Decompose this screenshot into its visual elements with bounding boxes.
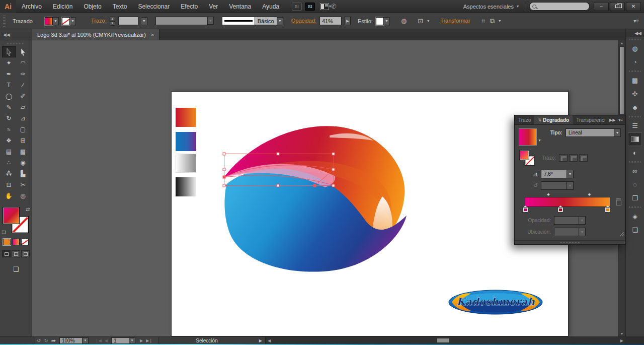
ellipse-tool[interactable]: ◯	[2, 91, 16, 102]
gradient-stop-orange[interactable]	[605, 208, 610, 214]
gradient-panel-icon[interactable]	[628, 132, 642, 146]
panel-bottom-gripper[interactable]	[515, 240, 625, 244]
eyedropper-tool[interactable]: ∴	[2, 157, 16, 168]
perspective-grid-tool[interactable]: ⊞	[16, 135, 30, 146]
dock-gripper-5[interactable]	[629, 205, 640, 209]
menu-objeto[interactable]: Objeto	[78, 3, 107, 10]
horizontal-scrollbar[interactable]: ◀ ▶	[265, 337, 625, 344]
tab-close-icon[interactable]: ×	[151, 32, 154, 38]
variable-width-caret-icon[interactable]: ▼	[208, 17, 214, 25]
document-tab[interactable]: Logo 3d 3.ai* al 100% (CMYK/Previsualiza…	[32, 29, 159, 40]
pen-tool[interactable]: ✒	[2, 68, 16, 80]
search-input[interactable]	[538, 4, 584, 9]
sync-icon[interactable]: ↻	[42, 338, 49, 343]
kuler-panel-icon[interactable]: ∞	[626, 164, 644, 178]
tools-gripper[interactable]	[7, 41, 25, 45]
panel-collapse-icon[interactable]: ▶▶	[609, 118, 615, 122]
dock-gripper-4[interactable]	[629, 160, 640, 164]
panel-cycle-icon[interactable]: ⇅	[538, 118, 541, 122]
device-share-icon[interactable]: ✆	[331, 3, 337, 10]
arrange-documents-icon[interactable]	[320, 3, 329, 10]
default-fill-stroke-icon[interactable]: ❏	[2, 230, 6, 235]
stroke-panel-icon[interactable]: ☰	[626, 119, 644, 132]
stroke-within-button[interactable]	[559, 154, 568, 162]
dock-gripper-1[interactable]	[629, 38, 640, 41]
opacity-caret-icon[interactable]: ▶	[345, 17, 351, 25]
document-setup-icon[interactable]: ◍	[400, 17, 408, 25]
draw-behind-button[interactable]	[12, 250, 20, 257]
menu-ventana[interactable]: Ventana	[223, 3, 257, 10]
paintbrush-tool[interactable]: ✐	[16, 91, 30, 102]
scroll-up-icon[interactable]: ▲	[618, 41, 625, 45]
scroll-down-icon[interactable]: ▼	[618, 332, 625, 335]
menu-texto[interactable]: Texto	[107, 3, 133, 10]
artboard-number-field[interactable]: 1	[111, 337, 129, 344]
stroke-caret-icon[interactable]: ▼	[70, 17, 76, 25]
canvas-swatch-white-gray[interactable]	[176, 154, 196, 173]
selection-tool[interactable]	[2, 46, 16, 57]
fill-caret-icon[interactable]: ▼	[53, 17, 59, 25]
menu-efecto[interactable]: Efecto	[175, 3, 203, 10]
swap-fill-stroke-icon[interactable]: ⇄	[26, 206, 30, 212]
style-control[interactable]: ▼	[376, 17, 390, 25]
fill-proxy[interactable]	[3, 208, 19, 224]
type-tool[interactable]: T	[2, 80, 16, 91]
gradient-ramp[interactable]	[525, 197, 610, 207]
appearance-panel-icon[interactable]: ◌	[626, 178, 644, 191]
curvature-pen-tool[interactable]: ✑	[16, 68, 30, 80]
workspace-switcher[interactable]: Aspectos esenciales ▾	[461, 4, 521, 10]
artboard-caret-icon[interactable]: ▼	[129, 337, 135, 344]
opacity-field[interactable]: 41%	[319, 17, 342, 25]
blend-tool[interactable]: ◉	[16, 157, 30, 168]
delete-stop-icon[interactable]	[615, 198, 621, 205]
stroke-link-label[interactable]: Trazo:	[91, 18, 107, 24]
minimize-button[interactable]: –	[594, 2, 609, 11]
stroke-across-button[interactable]	[579, 154, 588, 162]
tab-trazo[interactable]: Trazo	[515, 115, 534, 124]
proxy-fill[interactable]	[520, 151, 529, 160]
line-segment-tool[interactable]: ∕	[16, 80, 30, 91]
graph-tool[interactable]: ▙	[16, 168, 30, 179]
stroke-weight-stepper[interactable]: ▲▼	[110, 17, 115, 25]
zoom-tool[interactable]: ◎	[16, 190, 30, 201]
gradient-stop-magenta[interactable]	[523, 208, 528, 214]
logo-artwork[interactable]	[216, 121, 413, 282]
dock-gripper-3[interactable]	[629, 115, 640, 118]
close-button[interactable]: ✕	[626, 2, 641, 11]
scale-tool[interactable]: ⊿	[16, 113, 30, 124]
stroke-swatch[interactable]	[62, 17, 70, 25]
gradient-fill-stroke-proxy[interactable]	[520, 151, 537, 167]
panel-menu-icon[interactable]: ▾≡	[618, 118, 623, 122]
gradient-preset-caret-icon[interactable]: ▼	[538, 139, 541, 146]
tab-transparencia[interactable]: Transparenci	[573, 115, 609, 124]
tools-collapse-icon[interactable]: ◀◀	[0, 29, 32, 40]
menu-seleccionar[interactable]: Seleccionar	[132, 3, 175, 10]
midpoint-diamond-1[interactable]: ◆	[547, 192, 549, 196]
angle-field[interactable]: 7,6°	[541, 170, 567, 178]
dock-gripper-2[interactable]	[629, 70, 640, 73]
width-tool[interactable]: ≈	[2, 124, 16, 135]
rotate-tool[interactable]: ↻	[2, 113, 16, 124]
isolate-icon[interactable]: ⌗	[480, 17, 486, 25]
color-guide-panel-icon[interactable]: ◔	[626, 55, 644, 69]
canvas-swatch-black-white[interactable]	[176, 177, 196, 196]
restore-button[interactable]	[610, 2, 625, 11]
menu-ayuda[interactable]: Ayuda	[257, 3, 285, 10]
stock-button[interactable]: St	[305, 3, 315, 11]
hand-tool[interactable]: ✋	[2, 190, 16, 201]
none-button[interactable]	[21, 239, 29, 245]
zoom-level-field[interactable]: 100%	[59, 337, 83, 344]
free-transform-tool[interactable]: ▢	[16, 124, 30, 135]
layers-panel-icon[interactable]: ◈	[626, 210, 644, 223]
stroke-weight-caret-icon[interactable]: ▼	[141, 17, 147, 25]
midpoint-diamond-2[interactable]: ◆	[588, 192, 591, 196]
gradient-thumbnail[interactable]	[519, 128, 537, 146]
pencil-tool[interactable]: ✎	[2, 102, 16, 113]
history-icon[interactable]: ↺	[35, 338, 42, 343]
reverse-gradient-icon[interactable]: ↺	[519, 182, 541, 189]
canvas-swatch-blue-purple[interactable]	[176, 132, 196, 151]
transform-link-label[interactable]: Transformar	[440, 18, 470, 24]
menu-edicion[interactable]: Edición	[47, 3, 78, 10]
stroke-color-control[interactable]: ▼	[62, 17, 76, 25]
symbol-sprayer-tool[interactable]: ⁂	[2, 168, 16, 179]
